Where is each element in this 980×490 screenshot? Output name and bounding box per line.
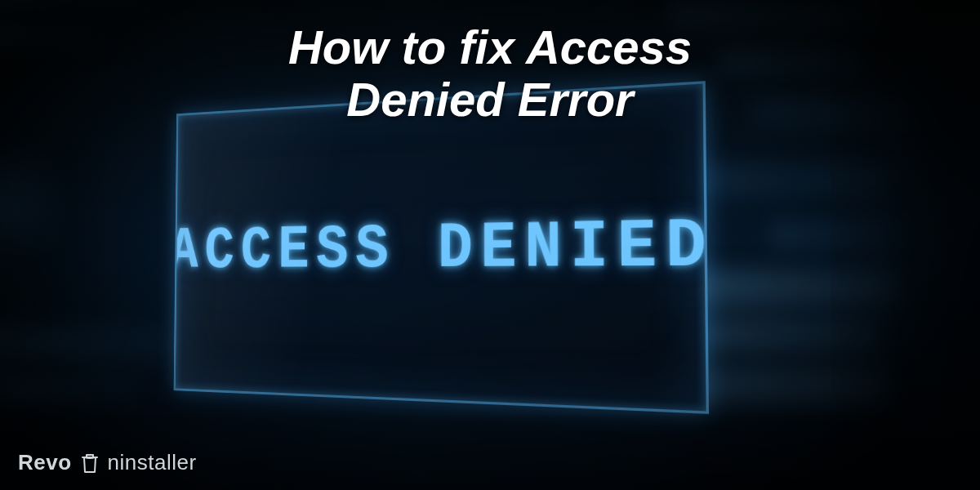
terminal-window: ACCESS DENIED xyxy=(174,81,709,414)
title-line-1: How to fix Access xyxy=(288,20,692,74)
hero-scene: ACCESS DENIED How to fix Access Denied E… xyxy=(0,0,980,490)
brand-word-1: Revo xyxy=(18,450,72,475)
terminal-message: ACCESS DENIED xyxy=(174,207,709,286)
brand-logo: Revo ninstaller xyxy=(18,450,197,475)
trash-icon xyxy=(80,452,100,474)
terminal-frame: ACCESS DENIED xyxy=(174,81,709,414)
brand-word-2: ninstaller xyxy=(108,450,197,475)
